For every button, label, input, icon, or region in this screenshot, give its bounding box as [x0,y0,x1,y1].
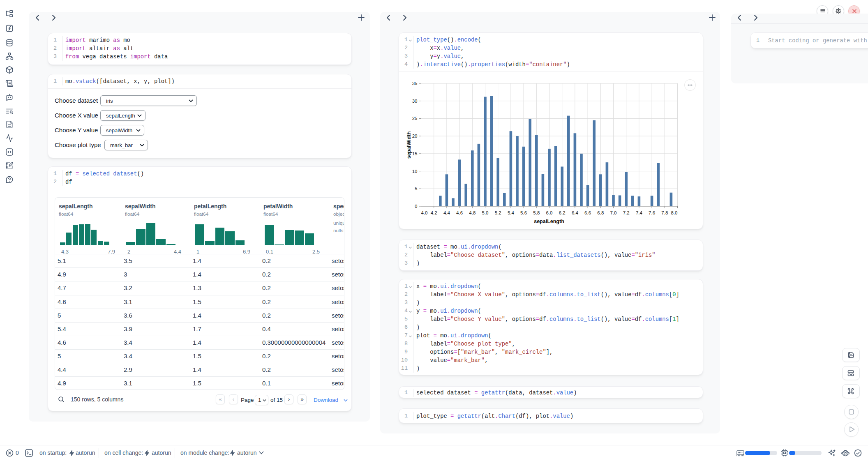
svg-text:0: 0 [415,204,417,209]
svg-text:6.4: 6.4 [572,210,579,215]
svg-text:sepalLength: sepalLength [534,219,564,224]
svg-text:4.2: 4.2 [431,210,437,215]
svg-text:4.4: 4.4 [443,210,450,215]
svg-text:6.0: 6.0 [546,210,553,215]
svg-text:10: 10 [412,169,418,174]
svg-text:35: 35 [412,81,418,86]
svg-text:4.6: 4.6 [456,210,463,215]
svg-text:7.2: 7.2 [623,210,630,215]
svg-text:5.8: 5.8 [533,210,540,215]
svg-text:7.6: 7.6 [649,210,655,215]
svg-text:5: 5 [415,186,417,191]
svg-text:sepalWidth: sepalWidth [406,131,412,159]
svg-text:7.0: 7.0 [610,210,617,215]
svg-text:5.4: 5.4 [508,210,515,215]
svg-text:5.0: 5.0 [482,210,489,215]
svg-text:20: 20 [412,134,418,138]
svg-text:6.8: 6.8 [597,210,604,215]
svg-text:5.2: 5.2 [495,210,501,215]
svg-text:30: 30 [412,99,418,104]
svg-text:7.8: 7.8 [661,210,668,215]
svg-text:5.6: 5.6 [520,210,527,215]
svg-text:6.2: 6.2 [559,210,566,215]
svg-text:4.0: 4.0 [421,210,428,215]
svg-text:8.0: 8.0 [671,210,678,215]
svg-text:4.8: 4.8 [469,210,476,215]
svg-text:7.4: 7.4 [636,210,643,215]
svg-text:15: 15 [412,151,418,156]
svg-text:6.6: 6.6 [584,210,591,215]
svg-text:25: 25 [412,116,418,121]
